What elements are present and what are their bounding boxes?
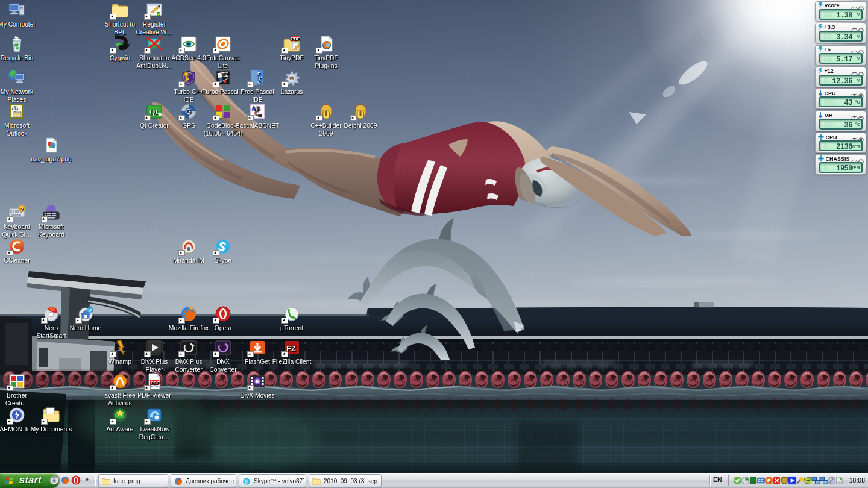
svg-text:FZ: FZ bbox=[286, 344, 296, 353]
svg-text:Qt: Qt bbox=[149, 108, 157, 116]
svg-text:CC: CC bbox=[758, 478, 764, 483]
svg-text:PDF: PDF bbox=[291, 37, 300, 41]
svg-text:?: ? bbox=[20, 206, 24, 212]
svg-text:G: G bbox=[186, 108, 191, 115]
svg-text:et: et bbox=[258, 113, 262, 118]
svg-text:PDF: PDF bbox=[151, 381, 160, 385]
svg-text:MVD: MVD bbox=[52, 476, 57, 479]
svg-text:C: C bbox=[257, 80, 261, 85]
